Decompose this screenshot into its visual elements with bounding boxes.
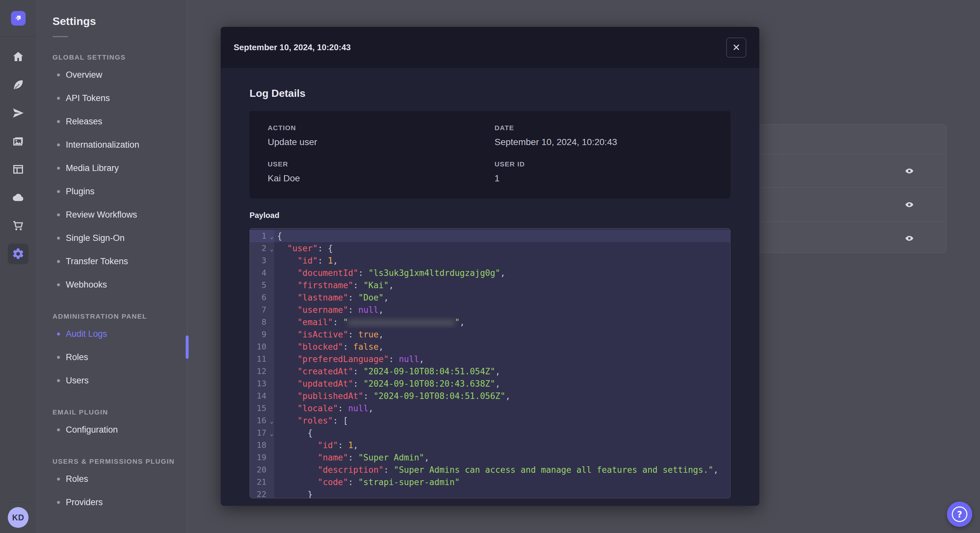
sidebar-item-media-library[interactable]: Media Library	[36, 156, 187, 180]
sidebar-item-audit-logs[interactable]: Audit Logs	[36, 322, 187, 346]
avatar[interactable]: KD	[8, 507, 29, 528]
modal-body: Log Details ACTIONUpdate userDATESeptemb…	[221, 87, 759, 498]
nav-section-label: EMAIL PLUGIN	[52, 408, 187, 416]
gear-icon	[12, 247, 25, 260]
bullet-icon	[57, 333, 60, 335]
code-line: 17⌄ {	[250, 427, 730, 439]
payload-code-editor[interactable]: 1⌄{2⌄ "user": {3 "id": 1,4 "documentId":…	[250, 228, 730, 498]
sidebar-item-overview[interactable]: Overview	[36, 63, 187, 86]
line-number: 4	[250, 267, 274, 279]
table-row[interactable]	[753, 154, 946, 188]
eye-icon[interactable]	[904, 234, 915, 243]
code-text: "locale": null,	[274, 402, 730, 414]
page-title: Settings	[52, 15, 187, 27]
code-text: }	[274, 488, 730, 498]
modal-header: September 10, 2024, 10:20:43 ✕	[221, 27, 759, 68]
code-text: {	[274, 427, 730, 439]
sidebar-item-releases[interactable]: Releases	[36, 110, 187, 133]
code-text: "updatedAt": "2024-09-10T08:20:43.638Z",	[274, 378, 730, 390]
code-text: "id": 1,	[274, 439, 730, 451]
sidebar-item-roles[interactable]: Roles	[36, 467, 187, 490]
rail-item-cloud[interactable]	[8, 187, 29, 208]
sidebar-item-label: Releases	[66, 117, 102, 127]
fold-chevron-icon[interactable]: ⌄	[270, 427, 274, 439]
rail-item-settings[interactable]	[8, 244, 29, 264]
bullet-icon	[57, 501, 60, 504]
code-text: "createdAt": "2024-09-10T08:04:51.054Z",	[274, 365, 730, 378]
eye-icon[interactable]	[904, 200, 915, 209]
line-number: 18	[250, 439, 274, 451]
sidebar-item-plugins[interactable]: Plugins	[36, 180, 187, 203]
code-text: "documentId": "ls3uk3g1xm4ltdrdugzajg0g"…	[274, 267, 730, 279]
code-line: 3 "id": 1,	[250, 254, 730, 267]
workspace-switcher[interactable]	[0, 0, 36, 36]
sidebar-item-single-sign-on[interactable]: Single Sign-On	[36, 226, 187, 250]
sidebar-item-label: Media Library	[66, 163, 119, 173]
fold-chevron-icon[interactable]: ⌄	[270, 415, 274, 427]
table-row[interactable]	[753, 221, 946, 255]
code-line: 22 }	[250, 488, 730, 498]
nav-section: GLOBAL SETTINGSOverviewAPI TokensRelease…	[36, 54, 187, 296]
code-line: 20 "description": "Super Admins can acce…	[250, 464, 730, 476]
cloud-icon	[12, 191, 25, 204]
sidebar-item-label: Roles	[66, 352, 88, 362]
bullet-icon	[57, 477, 60, 481]
feather-icon	[12, 78, 25, 91]
detail-label: USER ID	[495, 160, 730, 168]
bullet-icon	[57, 190, 60, 193]
rail-item-marketplace[interactable]	[8, 215, 29, 236]
rail-item-content[interactable]	[8, 75, 29, 95]
sidebar-item-label: Webhooks	[66, 280, 107, 290]
sidebar-item-api-tokens[interactable]: API Tokens	[36, 86, 187, 110]
nav-section: ADMINISTRATION PANELAudit LogsRolesUsers	[36, 313, 187, 392]
line-number: 20	[250, 464, 274, 476]
bullet-icon	[57, 143, 60, 146]
sidebar-item-label: Overview	[66, 70, 102, 80]
bullet-icon	[57, 167, 60, 170]
bullet-icon	[57, 283, 60, 286]
line-number: 17⌄	[250, 427, 274, 439]
code-line: 9 "isActive": true,	[250, 328, 730, 341]
table-row[interactable]	[753, 187, 946, 222]
sidebar-item-webhooks[interactable]: Webhooks	[36, 273, 187, 296]
rail-item-builder[interactable]	[8, 159, 29, 180]
help-button[interactable]: ?	[947, 501, 972, 527]
sidebar-item-providers[interactable]: Providers	[36, 490, 187, 514]
nav-section: EMAIL PLUGINConfiguration	[36, 408, 187, 441]
code-line: 8 "email": "xxxxxxxxxxxxxxxxxxxxx",	[250, 316, 730, 328]
code-text: "publishedAt": "2024-09-10T08:04:51.056Z…	[274, 390, 730, 402]
eye-icon[interactable]	[904, 167, 915, 176]
line-number: 6	[250, 292, 274, 304]
code-text: "name": "Super Admin",	[274, 451, 730, 464]
fold-chevron-icon[interactable]: ⌄	[270, 243, 274, 255]
rail-item-media[interactable]	[8, 131, 29, 152]
sidebar-item-roles[interactable]: Roles	[36, 346, 187, 369]
sidebar-item-internationalization[interactable]: Internationalization	[36, 133, 187, 156]
code-line: 14 "publishedAt": "2024-09-10T08:04:51.0…	[250, 390, 730, 402]
line-number: 2⌄	[250, 242, 274, 254]
code-text: "roles": [	[274, 414, 730, 427]
sidebar-item-label: Users	[66, 376, 89, 385]
sidebar-item-label: Transfer Tokens	[66, 257, 128, 266]
code-text: "isActive": true,	[274, 328, 730, 341]
eye-icon	[904, 200, 915, 209]
line-number: 1⌄	[250, 230, 274, 242]
payload-label: Payload	[250, 211, 730, 220]
code-line: 2⌄ "user": {	[250, 242, 730, 254]
sidebar-item-users[interactable]: Users	[36, 369, 187, 392]
sidebar-item-review-workflows[interactable]: Review Workflows	[36, 203, 187, 226]
detail-cell: USERKai Doe	[268, 160, 495, 184]
fold-chevron-icon[interactable]: ⌄	[270, 230, 274, 243]
close-icon[interactable]: ✕	[726, 38, 746, 58]
detail-value: 1	[495, 173, 730, 184]
rail-item-home[interactable]	[8, 46, 29, 67]
title-divider	[52, 36, 68, 37]
rail-item-release[interactable]	[8, 103, 29, 124]
bullet-icon	[57, 428, 60, 431]
sidebar-item-transfer-tokens[interactable]: Transfer Tokens	[36, 250, 187, 273]
code-line: 4 "documentId": "ls3uk3g1xm4ltdrdugzajg0…	[250, 267, 730, 279]
sidebar-item-configuration[interactable]: Configuration	[36, 418, 187, 441]
line-number: 21	[250, 476, 274, 488]
bullet-icon	[57, 260, 60, 263]
bullet-icon	[57, 120, 60, 123]
